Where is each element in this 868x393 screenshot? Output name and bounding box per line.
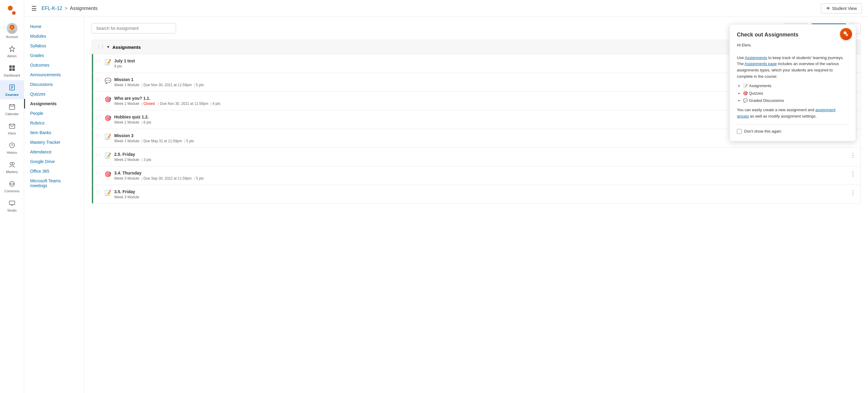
content-layout: Home Modules Syllabus Grades Outcomes An… [24, 17, 868, 393]
sidebar-item-calendar-label: Calendar [5, 112, 19, 116]
svg-rect-5 [12, 65, 15, 68]
item-drag-handle[interactable] [93, 78, 101, 82]
item-meta: Week 2 Module 3 pts [114, 158, 847, 162]
item-module: Week 1 Module [114, 101, 139, 106]
courses-icon [8, 83, 16, 92]
item-actions: ⋮ [850, 189, 856, 196]
dont-show-label[interactable]: Don't show this again [744, 129, 781, 133]
nav-item-rubrics[interactable]: Rubrics [24, 118, 84, 128]
sidebar-item-inbox[interactable]: Inbox [0, 119, 24, 138]
popup-brand-icon [840, 28, 852, 40]
item-title[interactable]: 3.4. Thursday [114, 171, 847, 175]
assignment-type-icon: 📝 [104, 59, 111, 65]
popup-list: 📝Assignments 🎯Quizzes 💬Graded Discussion… [743, 83, 848, 104]
sidebar-item-courses[interactable]: Courses [0, 80, 24, 99]
nav-item-grades[interactable]: Grades [24, 51, 84, 60]
account-badge: 1 [10, 25, 14, 30]
item-menu-button[interactable]: ⋮ [850, 171, 856, 177]
nav-item-outcomes[interactable]: Outcomes [24, 60, 84, 70]
popup-assignment-groups-link[interactable]: assignment groups [737, 108, 835, 118]
course-nav: Home Modules Syllabus Grades Outcomes An… [24, 17, 84, 393]
nav-item-discussions[interactable]: Discussions [24, 80, 84, 89]
item-drag-handle[interactable] [93, 190, 101, 194]
item-meta: Week 3 Module [114, 195, 847, 199]
nav-item-modules[interactable]: Modules [24, 31, 84, 41]
group-collapse-arrow[interactable]: ▼ [106, 45, 110, 49]
item-drag-handle[interactable] [93, 152, 101, 157]
item-drag-handle[interactable] [93, 59, 101, 63]
group-drag-handle[interactable] [97, 44, 104, 50]
sidebar-item-mastery[interactable]: Mastery [0, 157, 24, 177]
svg-point-20 [10, 181, 14, 186]
popup-body: Hi Eleni, Use Assignments to keep track … [737, 42, 848, 120]
main-content: + Group + Assignment ⋮ ▼ Assignments 0% … [84, 17, 868, 393]
nav-item-home[interactable]: Home [24, 22, 84, 31]
sidebar-item-account-label: Account [6, 35, 18, 38]
popup-footer: Don't show this again [737, 124, 848, 134]
svg-point-24 [844, 31, 846, 34]
hamburger-button[interactable]: ☰ [30, 4, 38, 13]
sidebar-item-courses-label: Courses [5, 93, 19, 96]
item-actions: ⋮ [850, 171, 856, 177]
sidebar-item-dashboard-label: Dashboard [4, 73, 20, 77]
nav-item-announcements[interactable]: Announcements [24, 70, 84, 80]
history-icon [8, 141, 16, 150]
sidebar-item-dashboard[interactable]: Dashboard [0, 61, 24, 80]
sidebar-item-commons[interactable]: Commons [0, 177, 24, 196]
nav-item-office-365[interactable]: Office 365 [24, 167, 84, 176]
breadcrumb-course-link[interactable]: EFL-K-12 [41, 6, 62, 11]
assignment-item-friday25: 📝 2.5. Friday Week 2 Module 3 pts ⋮ [92, 147, 861, 166]
nav-item-syllabus[interactable]: Syllabus [24, 41, 84, 51]
nav-item-microsoft-teams[interactable]: Microsoft Teams meetings [24, 176, 84, 190]
item-drag-handle[interactable] [93, 115, 101, 119]
assignment-type-icon: 🎯 [104, 115, 111, 121]
popup-footer-text: You can easily create a new assignment a… [737, 107, 848, 120]
dont-show-checkbox[interactable] [737, 129, 742, 134]
popup-assignments-page-link[interactable]: Assignments page [744, 61, 777, 66]
popup-greeting: Hi Eleni, [737, 42, 848, 49]
nav-item-google-drive[interactable]: Google Drive [24, 157, 84, 167]
item-drag-handle[interactable] [93, 171, 101, 175]
item-body: 3.4. Thursday Week 3 Module Due Sep 30, … [114, 171, 847, 181]
item-module: Week 2 Module [114, 158, 139, 162]
nav-item-mastery-tracker[interactable]: Mastery Tracker [24, 138, 84, 147]
main-area: ☰ EFL-K-12 > Assignments 👁 Student View … [24, 0, 868, 393]
sidebar-item-admin[interactable]: Admin [0, 41, 24, 61]
item-module: Week 1 Module [114, 139, 139, 143]
account-avatar-wrap: 1 [7, 23, 18, 34]
sidebar-item-admin-label: Admin [7, 54, 17, 58]
sidebar-item-calendar[interactable]: Calendar [0, 99, 24, 119]
item-meta: Week 3 Module Due Sep 30, 2022 at 11:59p… [114, 176, 847, 181]
item-drag-handle[interactable] [93, 96, 101, 101]
nav-item-assignments[interactable]: Assignments [24, 99, 84, 109]
item-module: Week 1 Module [114, 83, 139, 87]
item-drag-handle[interactable] [93, 134, 101, 138]
nav-item-item-banks[interactable]: Item Banks [24, 128, 84, 138]
popup-assignments-link[interactable]: Assignments [745, 56, 767, 60]
item-title[interactable]: 2.5. Friday [114, 152, 847, 157]
breadcrumb-current: Assignments [70, 6, 98, 11]
commons-icon [8, 180, 16, 188]
nav-item-quizzes[interactable]: Quizzes [24, 89, 84, 99]
nav-item-people[interactable]: People [24, 109, 84, 118]
item-menu-button[interactable]: ⋮ [850, 189, 856, 196]
popup-list-item-assignments: 📝Assignments [743, 83, 848, 89]
nav-item-attendance[interactable]: Attendance [24, 147, 84, 157]
svg-point-0 [8, 6, 13, 10]
item-title[interactable]: 3.5. Friday [114, 189, 847, 194]
icon-sidebar: 1 Account Admin Dashboard Courses Calend… [0, 0, 24, 393]
sidebar-item-history[interactable]: History [0, 138, 24, 157]
student-view-icon: 👁 [826, 6, 830, 11]
student-view-button[interactable]: 👁 Student View [821, 3, 862, 13]
sidebar-item-studio[interactable]: Studio [0, 196, 24, 215]
item-menu-button[interactable]: ⋮ [850, 152, 856, 158]
search-input[interactable] [92, 23, 176, 33]
sidebar-item-account[interactable]: 1 Account [0, 20, 24, 41]
assignment-type-icon: 📝 [104, 152, 111, 159]
popup-intro-text: Use Assignments to keep track of student… [737, 55, 848, 80]
item-body: 3.5. Friday Week 3 Module [114, 189, 847, 199]
calendar-icon [8, 102, 16, 111]
top-header: ☰ EFL-K-12 > Assignments 👁 Student View [24, 0, 868, 17]
quizzes-list-icon: 🎯 [743, 91, 748, 95]
popup-list-item-discussions: 💬Graded Discussions [743, 98, 848, 104]
